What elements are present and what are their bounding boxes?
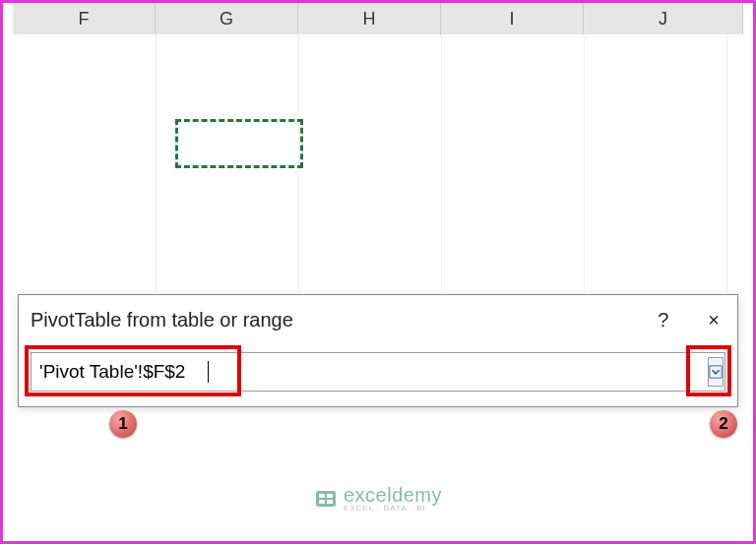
watermark-logo-icon [314,487,338,511]
column-header-H[interactable]: H [298,3,441,34]
watermark-text: exceldemy [344,485,442,505]
svg-rect-0 [710,366,722,378]
dialog-title: PivotTable from table or range [31,309,293,332]
dialog-header: PivotTable from table or range ? × [31,303,725,336]
text-cursor [208,361,209,383]
column-header-G[interactable]: G [156,3,298,34]
annotation-badge-2: 2 [710,410,737,438]
column-header-J[interactable]: J [584,3,743,34]
close-button[interactable]: × [702,309,725,332]
collapse-icon [709,365,723,379]
svg-rect-2 [319,494,325,498]
watermark-subtext: EXCEL · DATA · BI [344,505,426,513]
svg-rect-5 [327,500,333,504]
collapse-dialog-button[interactable] [708,357,724,387]
screenshot-frame: F G H I J PivotTable from table or range… [0,0,756,544]
svg-rect-3 [327,494,333,498]
range-row [31,352,725,392]
svg-rect-1 [316,491,336,507]
watermark: exceldemy EXCEL · DATA · BI [3,485,753,513]
pivot-dialog: PivotTable from table or range ? × [18,294,738,407]
help-button[interactable]: ? [652,309,674,332]
spreadsheet-area: F G H I J [13,3,743,293]
range-input[interactable] [31,352,725,392]
svg-rect-4 [319,500,325,504]
selection-marquee [175,119,303,168]
column-header-I[interactable]: I [441,3,584,34]
column-header-F[interactable]: F [13,3,156,34]
grid-body[interactable] [13,34,743,293]
annotation-badge-1: 1 [109,410,137,438]
column-header-row: F G H I J [13,3,743,35]
